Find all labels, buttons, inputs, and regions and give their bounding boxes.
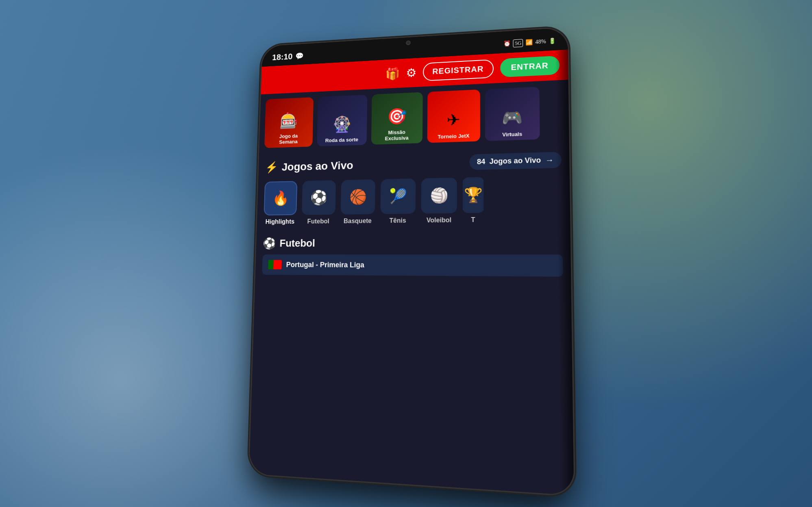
highlights-icon-wrap: 🔥 <box>263 181 297 215</box>
signal-5g: 5G <box>513 39 523 47</box>
promo-label-2: Roda da sorte <box>322 134 360 146</box>
tenis-icon-wrap: 🎾 <box>380 178 416 214</box>
gift-icon[interactable]: 🎁 <box>385 66 400 81</box>
promo-icon-4: ✈ <box>446 111 460 130</box>
highlights-label: Highlights <box>265 218 294 225</box>
tab-voleibol[interactable]: 🏐 Voleibol <box>421 177 457 224</box>
tab-basquete[interactable]: 🏀 Basquete <box>340 179 375 225</box>
live-count-badge[interactable]: 84 Jogos ao Vivo → <box>469 152 562 170</box>
status-icons: ⏰ 5G 📶 48% 🔋 <box>503 37 556 48</box>
entrar-button[interactable]: ENTRAR <box>500 55 559 77</box>
futebol-section-icon: ⚽ <box>263 237 276 250</box>
status-time: 18:10 <box>272 51 292 62</box>
promo-card-jogo-semana[interactable]: 🎰 Jogo daSemana <box>264 97 313 148</box>
basketball-icon: 🏀 <box>349 188 367 205</box>
trophy-icon: 🏆 <box>464 186 482 204</box>
promo-label-3: MissãoExclusiva <box>382 126 411 144</box>
fire-icon: 🔥 <box>272 190 289 206</box>
partial-icon-wrap: 🏆 <box>463 177 483 213</box>
battery-percent: 48% <box>535 38 546 45</box>
voleibol-icon-wrap: 🏐 <box>421 177 457 213</box>
live-count-label: Jogos ao Vivo <box>489 156 541 165</box>
alarm-icon: ⏰ <box>503 40 510 47</box>
match-name: Portugal - Primeira Liga <box>286 260 364 269</box>
futebol-section: ⚽ Futebol Portugal - Primeira Liga <box>255 228 571 281</box>
phone-shell: 18:10 💬 ⏰ 5G 📶 48% 🔋 🎁 ⚙ REGISTRAR ENTRA… <box>249 27 574 495</box>
settings-icon[interactable]: ⚙ <box>406 65 416 80</box>
promo-label-5: Virtuals <box>500 128 525 140</box>
promo-card-missao[interactable]: 🎯 MissãoExclusiva <box>371 92 422 144</box>
soccer-ball-icon: ⚽ <box>310 189 327 206</box>
screen: 🎁 ⚙ REGISTRAR ENTRAR 🎰 Jogo daSemana 🎡 R… <box>249 49 574 495</box>
portugal-flag <box>268 260 282 269</box>
voleibol-tab-label: Voleibol <box>426 216 451 224</box>
camera <box>406 40 411 45</box>
live-count-number: 84 <box>477 157 485 166</box>
whatsapp-icon: 💬 <box>295 51 303 60</box>
live-header: ⚡ Jogos ao Vivo 84 Jogos ao Vivo → <box>265 152 562 175</box>
signal-bars-icon: 📶 <box>525 39 533 46</box>
arrow-right-icon: → <box>545 155 553 165</box>
tab-highlights[interactable]: 🔥 Highlights <box>263 181 297 225</box>
battery-icon: 🔋 <box>549 37 556 45</box>
futebol-section-title: Futebol <box>279 237 315 249</box>
futebol-icon-wrap: ⚽ <box>302 180 336 215</box>
tennis-icon: 🎾 <box>389 187 407 205</box>
live-title-area: ⚡ Jogos ao Vivo <box>265 159 353 174</box>
tab-tenis[interactable]: 🎾 Tênis <box>380 178 416 224</box>
live-title-text: Jogos ao Vivo <box>281 159 353 173</box>
tab-partial[interactable]: 🏆 T <box>463 177 483 224</box>
tenis-tab-label: Tênis <box>389 217 406 224</box>
promo-icon-3: 🎯 <box>387 107 407 126</box>
futebol-tab-label: Futebol <box>307 218 329 225</box>
partial-tab-label: T <box>471 216 475 223</box>
promo-icon-5: 🎮 <box>501 108 522 127</box>
live-games-section: ⚡ Jogos ao Vivo 84 Jogos ao Vivo → 🔥 Hig… <box>257 144 570 231</box>
promo-card-roda-sorte[interactable]: 🎡 Roda da sorte <box>317 94 367 146</box>
sports-tabs: 🔥 Highlights ⚽ Futebol 🏀 Basquete <box>263 175 562 227</box>
promo-label-1: Jogo daSemana <box>276 130 300 147</box>
promo-card-virtuals[interactable]: 🎮 Virtuals <box>485 87 540 141</box>
status-time-area: 18:10 💬 <box>272 51 303 62</box>
volleyball-icon: 🏐 <box>430 187 448 204</box>
match-item[interactable]: Portugal - Primeira Liga <box>262 254 563 276</box>
promo-label-4: Torneio JetX <box>435 130 472 142</box>
basquete-tab-label: Basquete <box>343 217 371 224</box>
basquete-icon-wrap: 🏀 <box>340 179 375 215</box>
futebol-section-header: ⚽ Futebol <box>263 235 563 250</box>
promo-card-jetx[interactable]: ✈ Torneio JetX <box>427 89 480 142</box>
bolt-icon: ⚡ <box>265 161 278 174</box>
promo-icon-2: 🎡 <box>332 115 352 133</box>
registrar-button[interactable]: REGISTRAR <box>422 59 493 81</box>
promo-icon-1: 🎰 <box>279 111 298 129</box>
tab-futebol[interactable]: ⚽ Futebol <box>301 180 336 225</box>
